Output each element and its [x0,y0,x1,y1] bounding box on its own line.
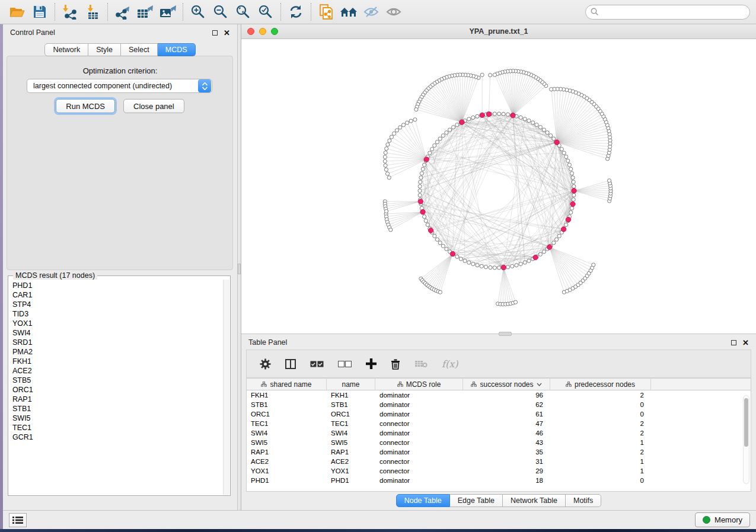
save-session-button[interactable] [28,2,51,22]
column-header-mcds-role[interactable]: MCDS role [375,379,463,390]
function-builder-button[interactable]: f(x) [442,358,458,370]
close-panel-icon[interactable]: ✕ [224,30,230,36]
show-all-button[interactable] [382,2,405,22]
cell-name[interactable]: FKH1 [327,390,375,400]
import-table-button[interactable] [81,2,104,22]
mcds-result-item[interactable]: SRD1 [12,338,223,347]
cell-shared-name[interactable]: ORC1 [247,409,327,419]
tab-mcds[interactable]: MCDS [158,43,196,56]
export-table-button[interactable] [134,2,157,22]
cell-name[interactable]: YOX1 [327,466,375,476]
delete-column-button[interactable] [391,358,400,370]
cell-successor-nodes[interactable]: 35 [463,447,550,457]
deselect-all-button[interactable] [338,361,352,367]
mcds-result-item[interactable]: CAR1 [12,290,223,300]
mcds-result-item[interactable]: STB5 [12,376,223,385]
cell-shared-name[interactable]: SWI5 [247,438,327,447]
cell-predecessor-nodes[interactable]: 2 [550,428,651,438]
cell-name[interactable]: STB1 [327,400,375,409]
table-row[interactable]: PHD1PHD1dominator180 [247,476,751,485]
table-row[interactable]: SWI5SWI5connector431 [247,438,751,447]
delete-table-button[interactable] [414,360,428,368]
cell-shared-name[interactable]: TEC1 [247,419,327,428]
mcds-result-item[interactable]: SWI4 [12,328,223,338]
cell-mcds-role[interactable]: dominator [375,476,463,485]
mcds-result-item[interactable]: GCR1 [12,432,223,442]
open-file-button[interactable] [6,2,28,22]
cell-shared-name[interactable]: RAP1 [247,447,327,457]
cell-mcds-role[interactable]: connector [375,466,463,476]
zoom-selected-button[interactable] [254,2,277,22]
optimization-criterion-select[interactable]: largest connected component (undirected) [27,79,212,93]
zoom-in-button[interactable] [187,2,209,22]
mcds-result-item[interactable]: STB1 [12,404,223,414]
mcds-result-item[interactable]: PHD1 [12,281,223,290]
memory-button[interactable]: Memory [695,512,750,527]
mcds-result-item[interactable]: FKH1 [12,357,223,366]
cell-mcds-role[interactable]: connector [375,438,463,447]
vertical-splitter[interactable] [237,24,241,510]
table-row[interactable]: ACE2ACE2connector311 [247,457,751,466]
cell-successor-nodes[interactable]: 47 [463,419,550,428]
table-row[interactable]: SWI4SWI4dominator462 [247,428,751,438]
cell-mcds-role[interactable]: dominator [375,447,463,457]
cell-name[interactable]: RAP1 [327,447,375,457]
close-panel-button[interactable]: Close panel [123,99,184,113]
cell-name[interactable]: TEC1 [327,419,375,428]
table-row[interactable]: RAP1RAP1dominator352 [247,447,751,457]
first-neighbors-button[interactable] [337,2,360,22]
tab-select[interactable]: Select [121,43,158,56]
cell-predecessor-nodes[interactable]: 0 [550,400,651,409]
mcds-result-item[interactable]: YOX1 [12,319,223,328]
table-scrollbar[interactable] [743,395,749,484]
import-network-button[interactable] [59,2,81,22]
cell-name[interactable]: ACE2 [327,457,375,466]
tab-network-table[interactable]: Network Table [503,494,566,507]
mcds-result-item[interactable]: ORC1 [12,385,223,395]
cell-mcds-role[interactable]: connector [375,457,463,466]
cell-shared-name[interactable]: STB1 [247,400,327,409]
network-graph[interactable] [241,39,756,334]
network-canvas[interactable] [241,39,756,334]
cell-mcds-role[interactable]: dominator [375,390,463,400]
cell-predecessor-nodes[interactable]: 0 [550,409,651,419]
cell-predecessor-nodes[interactable]: 1 [550,457,651,466]
cell-mcds-role[interactable]: dominator [375,428,463,438]
cell-name[interactable]: PHD1 [327,476,375,485]
cell-successor-nodes[interactable]: 62 [463,400,550,409]
cell-predecessor-nodes[interactable]: 2 [550,419,651,428]
hide-selected-button[interactable] [360,2,382,22]
cell-successor-nodes[interactable]: 29 [463,466,550,476]
table-row[interactable]: FKH1FKH1dominator962 [247,390,751,400]
mcds-result-item[interactable]: TEC1 [12,423,223,432]
cell-predecessor-nodes[interactable]: 1 [550,466,651,476]
mcds-result-item[interactable]: STP4 [12,300,223,309]
table-row[interactable]: TEC1TEC1connector472 [247,419,751,428]
cell-name[interactable]: SWI5 [327,438,375,447]
column-header-predecessor-nodes[interactable]: predecessor nodes [550,379,651,390]
column-header-name[interactable]: name [327,379,375,390]
mcds-result-item[interactable]: RAP1 [12,395,223,404]
tab-edge-table[interactable]: Edge Table [450,494,503,507]
table-row[interactable]: YOX1YOX1connector291 [247,466,751,476]
cell-predecessor-nodes[interactable]: 1 [550,438,651,447]
cell-predecessor-nodes[interactable]: 2 [550,390,651,400]
select-all-button[interactable] [310,361,324,367]
cell-name[interactable]: SWI4 [327,428,375,438]
export-image-button[interactable] [157,2,179,22]
zoom-fit-button[interactable] [232,2,254,22]
mcds-result-item[interactable]: ACE2 [12,366,223,376]
show-columns-button[interactable] [285,359,296,369]
tab-motifs[interactable]: Motifs [566,494,601,507]
column-header-shared-name[interactable]: shared name [247,379,327,390]
tab-network[interactable]: Network [44,43,88,56]
table-row[interactable]: STB1STB1dominator620 [247,400,751,409]
mcds-result-item[interactable]: PMA2 [12,347,223,357]
cell-successor-nodes[interactable]: 61 [463,409,550,419]
cell-successor-nodes[interactable]: 31 [463,457,550,466]
mcds-result-item[interactable]: TID3 [12,309,223,319]
tab-node-table[interactable]: Node Table [396,494,450,507]
table-row[interactable]: ORC1ORC1dominator610 [247,409,751,419]
mcds-result-list[interactable]: PHD1CAR1STP4TID3YOX1SWI4SRD1PMA2FKH1ACE2… [9,280,223,495]
float-panel-icon[interactable] [212,30,218,36]
